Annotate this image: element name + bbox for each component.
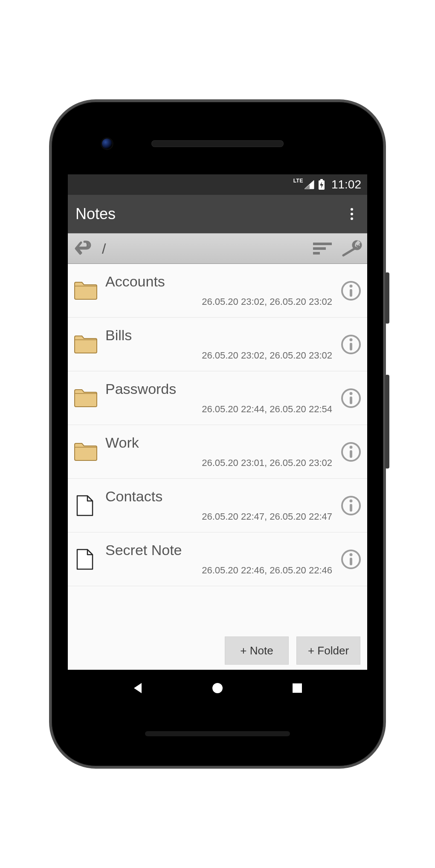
info-button[interactable] <box>339 547 363 571</box>
bottom-actions: + Note + Folder <box>225 637 360 665</box>
network-label: LTE <box>293 178 303 183</box>
toolbar: / <box>68 233 367 264</box>
list-item[interactable]: Secret Note26.05.20 22:46, 26.05.20 22:4… <box>68 532 367 586</box>
info-button[interactable] <box>339 333 363 356</box>
svg-rect-3 <box>313 247 326 250</box>
app-bar: Notes <box>68 195 367 233</box>
item-timestamps: 26.05.20 23:02, 26.05.20 23:02 <box>105 350 339 361</box>
chin-speaker-slot <box>145 731 290 736</box>
info-button[interactable] <box>339 494 363 518</box>
notes-list[interactable]: Accounts26.05.20 23:02, 26.05.20 23:02Bi… <box>68 264 367 586</box>
item-timestamps: 26.05.20 23:02, 26.05.20 23:02 <box>105 296 339 307</box>
item-title: Bills <box>105 328 339 342</box>
item-title: Accounts <box>105 274 339 289</box>
add-note-button[interactable]: + Note <box>225 637 289 665</box>
back-arrow-icon <box>74 240 94 257</box>
info-icon <box>341 495 361 516</box>
nav-back-button[interactable] <box>128 678 148 698</box>
item-title: Secret Note <box>105 543 339 557</box>
svg-point-7 <box>212 683 223 693</box>
svg-rect-2 <box>313 243 332 245</box>
phone-frame: LTE 11:02 Notes <box>49 99 386 769</box>
info-icon <box>341 281 361 301</box>
info-button[interactable] <box>339 279 363 303</box>
item-timestamps: 26.05.20 23:01, 26.05.20 23:02 <box>105 457 339 469</box>
add-folder-button[interactable]: + Folder <box>296 637 360 665</box>
item-timestamps: 26.05.20 22:47, 26.05.20 22:47 <box>105 511 339 522</box>
add-folder-label: + Folder <box>308 644 349 657</box>
info-icon <box>341 549 361 570</box>
list-item[interactable]: Work26.05.20 23:01, 26.05.20 23:02 <box>68 425 367 479</box>
add-note-label: + Note <box>240 644 273 657</box>
list-item[interactable]: Passwords26.05.20 22:44, 26.05.20 22:54 <box>68 371 367 425</box>
list-item[interactable]: Contacts26.05.20 22:47, 26.05.20 22:47 <box>68 479 367 532</box>
svg-rect-8 <box>293 683 302 693</box>
settings-button[interactable] <box>339 238 363 259</box>
app-title: Notes <box>75 205 116 223</box>
overflow-menu-button[interactable] <box>343 205 360 223</box>
note-icon <box>74 548 105 571</box>
status-clock: 11:02 <box>331 178 361 191</box>
nav-home-button[interactable] <box>208 678 227 698</box>
triangle-back-icon <box>131 682 144 694</box>
info-icon <box>341 442 361 462</box>
front-camera <box>102 139 112 149</box>
signal-icon <box>304 180 314 189</box>
phone-side-button <box>385 272 389 324</box>
nav-recents-button[interactable] <box>287 678 307 698</box>
folder-icon <box>74 333 105 356</box>
battery-charging-icon <box>318 179 325 190</box>
back-button[interactable] <box>72 238 96 259</box>
info-button[interactable] <box>339 386 363 410</box>
item-title: Work <box>105 435 339 450</box>
info-button[interactable] <box>339 440 363 464</box>
item-title: Passwords <box>105 382 339 396</box>
phone-side-button <box>385 375 389 469</box>
item-title: Contacts <box>105 489 339 503</box>
list-item[interactable]: Accounts26.05.20 23:02, 26.05.20 23:02 <box>68 264 367 318</box>
circle-home-icon <box>211 682 224 694</box>
info-icon <box>341 334 361 355</box>
folder-icon <box>74 279 105 302</box>
android-nav-bar <box>68 670 367 706</box>
sort-icon <box>312 241 334 256</box>
folder-icon <box>74 440 105 463</box>
screen: LTE 11:02 Notes <box>68 174 367 706</box>
list-item[interactable]: Bills26.05.20 23:02, 26.05.20 23:02 <box>68 318 367 371</box>
info-icon <box>341 388 361 408</box>
item-timestamps: 26.05.20 22:44, 26.05.20 22:54 <box>105 404 339 415</box>
earpiece-speaker <box>151 140 284 147</box>
wrench-icon <box>340 240 362 257</box>
status-bar: LTE 11:02 <box>68 174 367 195</box>
svg-rect-1 <box>320 179 323 181</box>
sort-button[interactable] <box>311 238 335 259</box>
square-recents-icon <box>292 683 303 694</box>
folder-icon <box>74 387 105 410</box>
item-timestamps: 26.05.20 22:46, 26.05.20 22:46 <box>105 565 339 576</box>
breadcrumb-path: / <box>102 240 106 257</box>
svg-rect-4 <box>313 252 320 255</box>
note-icon <box>74 494 105 517</box>
